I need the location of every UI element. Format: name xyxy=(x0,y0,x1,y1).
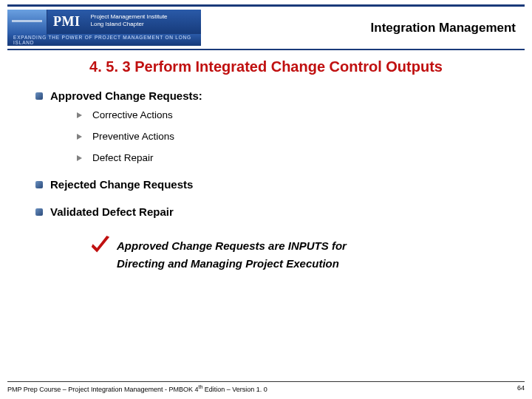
cube-bullet-icon xyxy=(35,181,43,188)
footer-prefix: PMP Prep Course – Project Integration Ma… xyxy=(7,386,198,393)
logo-block: PMI Project Management Institute Long Is… xyxy=(7,10,201,46)
bullet-text: Approved Change Requests: xyxy=(50,89,202,102)
content-body: Approved Change Requests: Corrective Act… xyxy=(0,89,532,273)
arrow-bullet-icon xyxy=(77,134,82,140)
footer-text: PMP Prep Course – Project Integration Ma… xyxy=(7,384,267,393)
bullet-item: Approved Change Requests: xyxy=(35,89,502,102)
arrow-bullet-icon xyxy=(77,155,82,161)
top-bar: PMI Project Management Institute Long Is… xyxy=(7,4,525,50)
note-text: Approved Change Requests are INPUTS for … xyxy=(117,237,347,273)
logo-line-2: Long Island Chapter xyxy=(91,21,168,28)
bullet-item: Validated Defect Repair xyxy=(35,205,502,218)
footer: PMP Prep Course – Project Integration Ma… xyxy=(7,381,525,393)
cube-bullet-icon xyxy=(35,92,43,100)
logo-text: Project Management Institute Long Island… xyxy=(88,10,177,35)
arrow-bullet-icon xyxy=(77,112,82,118)
sub-bullet-item: Defect Repair xyxy=(77,152,502,163)
logo-acronym: PMI xyxy=(47,10,88,35)
note-line-1: Approved Change Requests are INPUTS for xyxy=(117,237,347,255)
sub-bullet-text: Corrective Actions xyxy=(92,109,173,120)
bullet-item: Rejected Change Requests xyxy=(35,178,502,191)
bullet-text: Validated Defect Repair xyxy=(50,205,174,218)
cube-bullet-icon xyxy=(35,208,43,216)
sub-bullet-list: Corrective Actions Preventive Actions De… xyxy=(77,109,502,163)
sub-bullet-item: Corrective Actions xyxy=(77,109,502,120)
page-header-title: Integration Management xyxy=(371,21,519,35)
sub-bullet-item: Preventive Actions xyxy=(77,131,502,142)
logo-tagline: EXPANDING THE POWER OF PROJECT MANAGEMEN… xyxy=(7,34,201,46)
footer-suffix: Edition – Version 1. 0 xyxy=(202,386,267,393)
sub-bullet-text: Preventive Actions xyxy=(92,131,174,142)
bullet-text: Rejected Change Requests xyxy=(50,178,193,191)
section-title: 4. 5. 3 Perform Integrated Change Contro… xyxy=(30,58,502,76)
header: PMI Project Management Institute Long Is… xyxy=(0,0,532,50)
note-block: Approved Change Requests are INPUTS for … xyxy=(89,237,502,273)
logo-image-icon xyxy=(7,10,47,35)
sub-bullet-text: Defect Repair xyxy=(92,152,154,163)
page-number: 64 xyxy=(517,384,525,393)
note-line-2: Directing and Managing Project Execution xyxy=(117,255,347,273)
checkmark-icon xyxy=(89,234,111,256)
logo-line-1: Project Management Institute xyxy=(91,13,168,21)
